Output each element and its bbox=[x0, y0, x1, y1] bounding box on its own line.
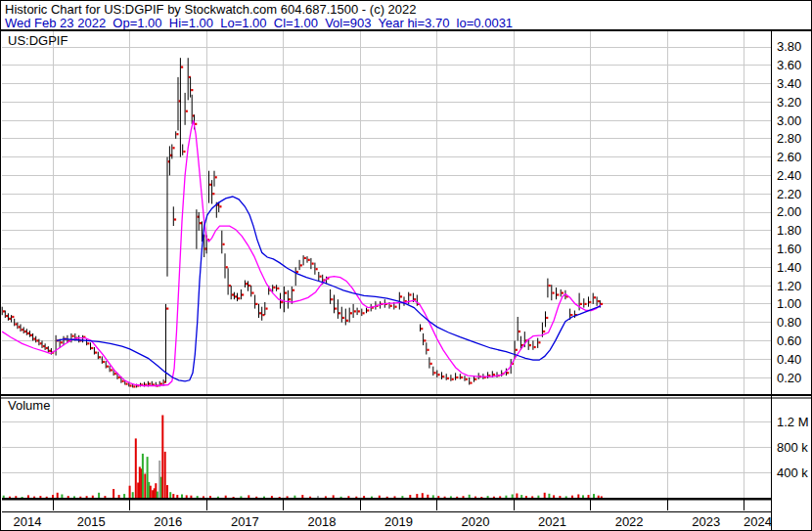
year-tick-label: 2014 bbox=[14, 514, 42, 529]
price-axis-labels: 3.803.603.403.203.002.802.602.402.202.00… bbox=[777, 39, 801, 384]
volume-tick-label: 1.2 M bbox=[777, 415, 809, 429]
price-tick-label: 2.00 bbox=[777, 204, 801, 219]
price-tick-label: 3.80 bbox=[777, 39, 801, 54]
moving-average-slow bbox=[57, 197, 601, 381]
volume-axis-labels: 400 k800 k1.2 M bbox=[777, 415, 809, 480]
year-tick-label: 2021 bbox=[538, 514, 566, 529]
symbol-label: US:DGPIF bbox=[8, 33, 68, 48]
price-tick-label: 1.80 bbox=[777, 223, 801, 238]
price-tick-label: 3.40 bbox=[777, 76, 801, 91]
frame-lines bbox=[1, 29, 812, 531]
moving-average-fast bbox=[2, 120, 601, 385]
volume-tick-label: 800 k bbox=[777, 440, 808, 455]
price-tick-label: 1.60 bbox=[777, 242, 801, 256]
price-tick-label: 1.40 bbox=[777, 260, 801, 275]
price-tick-label: 0.20 bbox=[777, 371, 801, 385]
price-tick-label: 3.00 bbox=[777, 113, 801, 128]
year-tick-label: 2019 bbox=[384, 514, 413, 529]
volume-label: Volume bbox=[8, 398, 50, 413]
price-bars bbox=[2, 58, 603, 387]
year-tick-label: 2018 bbox=[307, 514, 336, 529]
price-tick-label: 0.80 bbox=[777, 315, 801, 330]
price-tick-label: 1.00 bbox=[777, 296, 801, 311]
year-tick-label: 2015 bbox=[77, 514, 106, 529]
price-tick-label: 0.40 bbox=[777, 352, 801, 367]
stockwatch-historic-chart: Historic Chart for US:DGPIF by Stockwatc… bbox=[0, 0, 812, 531]
price-tick-label: 2.60 bbox=[777, 150, 801, 164]
price-tick-label: 0.60 bbox=[777, 333, 801, 348]
price-tick-label: 1.20 bbox=[777, 279, 801, 293]
year-tick-label: 2020 bbox=[462, 514, 490, 529]
year-tick-label: 2022 bbox=[615, 514, 644, 529]
chart-plot: 3.803.603.403.203.002.802.602.402.202.00… bbox=[1, 1, 812, 531]
price-tick-label: 2.20 bbox=[777, 187, 801, 201]
volume-label: Volume bbox=[8, 398, 50, 413]
volume-bars bbox=[3, 416, 603, 499]
price-tick-label: 3.20 bbox=[777, 95, 801, 110]
price-tick-label: 2.80 bbox=[777, 131, 801, 146]
volume-tick-label: 400 k bbox=[777, 465, 808, 480]
year-tick-label: 2023 bbox=[692, 514, 720, 529]
symbol-label: US:DGPIF bbox=[8, 33, 68, 48]
price-tick-label: 3.60 bbox=[777, 58, 801, 72]
year-tick-label: 2024 bbox=[744, 514, 772, 529]
grid-lines bbox=[2, 31, 771, 498]
price-tick-label: 2.40 bbox=[777, 168, 801, 183]
year-tick-label: 2017 bbox=[231, 514, 259, 529]
year-tick-label: 2016 bbox=[154, 514, 182, 529]
year-axis-labels: 2014201520162017201820192020202120222023… bbox=[14, 514, 772, 529]
